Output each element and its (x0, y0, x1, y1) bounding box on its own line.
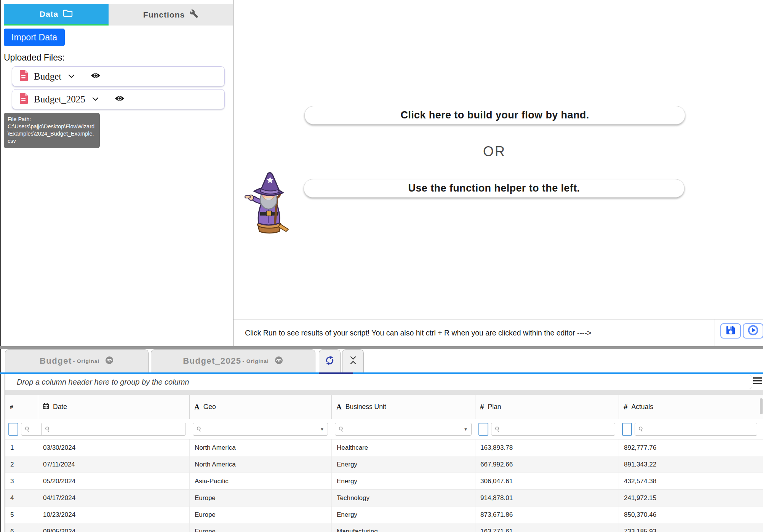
eye-icon[interactable] (115, 95, 125, 103)
column-header-date[interactable]: Date (38, 395, 190, 419)
eye-icon[interactable] (274, 356, 283, 366)
build-flow-button[interactable]: Click here to build your flow by hand. (304, 106, 685, 125)
filter-type-box[interactable] (478, 423, 488, 436)
cell-date: 04/17/2024 (38, 490, 190, 506)
text-type-icon: A (336, 403, 342, 411)
filter-cell-date (38, 419, 190, 439)
dropdown-arrow-icon[interactable]: ▼ (464, 427, 468, 431)
filter-type-box[interactable] (622, 423, 632, 436)
search-icon (197, 427, 202, 432)
cell-geo: North America (190, 456, 332, 473)
cell-date: 05/20/2024 (38, 473, 190, 489)
table-row[interactable]: 6 09/05/2024 Europe Manufacturing 163,77… (5, 523, 763, 532)
results-tab-suffix: - Original (73, 358, 99, 364)
table-row[interactable]: 5 10/23/2024 Europe Energy 873,671.86 85… (5, 506, 763, 523)
section-divider (0, 346, 763, 349)
filter-cell-plan (475, 419, 619, 439)
results-tab-name: Budget (40, 356, 72, 366)
cell-business-unit: Energy (332, 506, 475, 523)
chevron-down-icon[interactable] (68, 73, 75, 80)
file-item-budget-2025[interactable]: Budget_2025 (12, 89, 225, 109)
cell-geo: Europe (190, 490, 332, 506)
wrench-icon (189, 9, 198, 20)
chevron-down-icon[interactable] (92, 96, 99, 103)
save-icon (725, 324, 736, 337)
cell-index: 3 (5, 473, 38, 489)
file-name: Budget_2025 (34, 94, 85, 105)
grid-header-row: # Date A Geo A Business Unit # Plan # Ac… (5, 395, 763, 419)
collapse-panel-button[interactable] (342, 349, 364, 372)
tab-functions[interactable]: Functions (109, 4, 233, 26)
cell-date: 07/11/2024 (38, 456, 190, 473)
import-data-button[interactable]: Import Data (4, 29, 65, 46)
column-label: Actuals (632, 403, 653, 411)
sidebar-right-border (233, 0, 234, 346)
column-header-geo[interactable]: A Geo (190, 395, 332, 419)
cell-date: 10/23/2024 (38, 506, 190, 523)
filter-cell-geo: ▼ (190, 419, 332, 439)
sidebar-tabbar: Data Functions (4, 4, 233, 26)
window-left-edge (0, 0, 1, 532)
column-header-actuals[interactable]: # Actuals (619, 395, 761, 419)
tab-data-label: Data (40, 10, 59, 19)
file-icon (19, 93, 28, 105)
grid-rows: 1 03/30/2024 North America Healthcare 16… (5, 439, 763, 532)
filter-input-business-unit[interactable]: ▼ (335, 423, 472, 436)
results-tab-name: Budget_2025 (183, 356, 241, 366)
filter-input-date[interactable] (41, 423, 186, 436)
refresh-results-button[interactable] (319, 349, 341, 372)
column-label: Geo (203, 403, 216, 411)
column-chooser-icon[interactable] (753, 377, 762, 386)
table-row[interactable]: 3 05/20/2024 Asia-Pacific Energy 306,047… (5, 473, 763, 490)
tab-data[interactable]: Data (4, 4, 109, 26)
grid-scrollbar-thumb[interactable] (760, 398, 763, 414)
filter-input-geo[interactable]: ▼ (193, 423, 328, 436)
group-by-drop-zone[interactable]: Drop a column header here to group by th… (5, 375, 752, 389)
uploaded-files-label: Uploaded Files: (4, 53, 65, 63)
results-tab-budget[interactable]: Budget - Original (5, 349, 149, 372)
eye-icon[interactable] (105, 356, 114, 366)
function-helper-button[interactable]: Use the function helper to the left. (304, 179, 685, 198)
cell-actuals: 432,574.38 (619, 473, 761, 489)
cell-geo: Asia-Pacific (190, 473, 332, 489)
cell-index: 5 (5, 506, 38, 523)
table-row[interactable]: 1 03/30/2024 North America Healthcare 16… (5, 439, 763, 456)
cell-business-unit: Energy (332, 473, 475, 489)
table-row[interactable]: 2 07/11/2024 North America Energy 667,99… (5, 456, 763, 473)
cell-plan: 667,992.66 (475, 456, 619, 473)
tab-functions-label: Functions (143, 10, 185, 19)
cell-actuals: 850,370.46 (619, 506, 761, 523)
column-label: # (10, 404, 13, 410)
table-row[interactable]: 4 04/17/2024 Europe Technology 914,878.0… (5, 490, 763, 506)
column-header-business-unit[interactable]: A Business Unit (332, 395, 475, 419)
cell-plan: 914,878.01 (475, 490, 619, 506)
cell-business-unit: Technology (332, 490, 475, 506)
search-icon (25, 427, 30, 432)
folder-icon (63, 9, 73, 19)
cell-index: 1 (5, 439, 38, 456)
search-icon (339, 427, 344, 432)
search-icon (495, 427, 500, 432)
wizard-mascot-image (243, 171, 291, 236)
number-type-icon: # (480, 403, 484, 411)
save-button[interactable] (720, 323, 741, 339)
cell-date: 09/05/2024 (38, 523, 190, 532)
column-label: Plan (488, 403, 501, 411)
eye-icon[interactable] (91, 72, 101, 80)
calendar-icon (43, 403, 49, 411)
file-icon (19, 70, 28, 83)
filter-input-plan[interactable] (491, 423, 615, 436)
refresh-icon (325, 355, 335, 367)
cell-actuals: 892,777.76 (619, 439, 761, 456)
filter-type-box[interactable] (8, 423, 18, 436)
column-header-plan[interactable]: # Plan (475, 395, 619, 419)
results-tab-budget-2025[interactable]: Budget_2025 - Original (151, 349, 315, 372)
column-header-index[interactable]: # (5, 395, 38, 419)
column-label: Date (53, 403, 67, 411)
file-item-budget[interactable]: Budget (12, 66, 225, 86)
run-button[interactable] (743, 323, 763, 339)
search-icon (45, 427, 50, 432)
collapse-icon (349, 355, 357, 367)
dropdown-arrow-icon[interactable]: ▼ (320, 427, 324, 431)
filter-input-actuals[interactable] (635, 423, 757, 436)
